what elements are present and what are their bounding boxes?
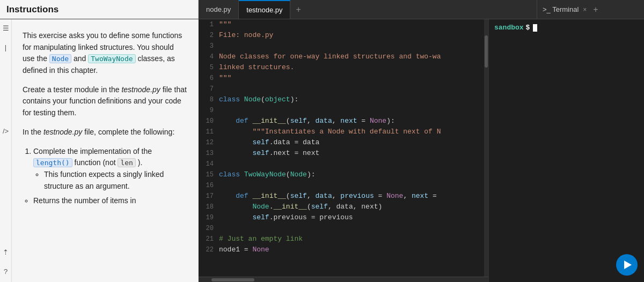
line-num-14: 14 <box>199 159 219 169</box>
line-num-16: 16 <box>199 180 219 191</box>
code-lines-area[interactable]: 1 """ 2 File: node.py 3 4 <box>199 19 484 277</box>
instructions-p2: Create a tester module in the testnode.p… <box>23 84 187 119</box>
line-content-12: self.data = data <box>219 137 484 148</box>
terminal-tab[interactable]: >_ Terminal <box>543 5 579 13</box>
line-num-3: 3 <box>199 41 219 51</box>
code-line-19: 19 self.previous = previous <box>199 212 484 223</box>
terminal-cursor <box>533 24 537 32</box>
instructions-list: Complete the implementation of the lengt… <box>23 146 187 207</box>
tab-add-icon: + <box>296 5 301 14</box>
code-line-5: 5 linked structures. <box>199 62 484 73</box>
line-content-22: node1 = None <box>219 244 484 255</box>
code-line-22: 22 node1 = None <box>199 244 484 255</box>
sub-item-returns: Returns the number of items in <box>33 195 187 207</box>
tab-node-py[interactable]: node.py <box>199 0 239 19</box>
tag-icon[interactable]: /> <box>0 124 12 137</box>
line-num-1: 1 <box>199 19 219 30</box>
terminal-tab-area: >_ Terminal × + <box>537 0 644 19</box>
code-line-8: 8 class Node(object): <box>199 94 484 105</box>
list-item-1-sub: This function expects a singly linked st… <box>33 169 187 192</box>
line-content-19: self.previous = previous <box>219 212 484 223</box>
line-num-13: 13 <box>199 148 219 159</box>
play-button[interactable] <box>616 254 638 276</box>
line-num-19: 19 <box>199 212 219 223</box>
length-fn-ref: length() <box>33 158 72 167</box>
code-line-1: 1 """ <box>199 19 484 30</box>
code-scrollbar-thumb <box>485 35 488 68</box>
top-bar: Instructions node.py testnode.py + >_ Te… <box>0 0 644 19</box>
line-num-2: 2 <box>199 30 219 41</box>
code-vertical-scrollbar[interactable] <box>484 19 488 277</box>
share-icon[interactable]: ⇡ <box>0 246 12 258</box>
hamburger-icon[interactable]: ☰ <box>0 21 12 34</box>
line-content-6: """ <box>219 73 484 84</box>
line-num-6: 6 <box>199 73 219 84</box>
line-content-1: """ <box>219 19 484 30</box>
line-num-20: 20 <box>199 223 219 234</box>
list-item-2: Returns the number of items in <box>23 195 187 207</box>
terminal-panel: sandbox $ <box>488 19 644 282</box>
code-line-12: 12 self.data = data <box>199 137 484 148</box>
line-content-13: self.next = next <box>219 148 484 159</box>
line-num-22: 22 <box>199 244 219 255</box>
line-num-8: 8 <box>199 94 219 105</box>
code-editor: 1 """ 2 File: node.py 3 4 <box>199 19 488 282</box>
code-line-15: 15 class TwoWayNode(Node): <box>199 169 484 180</box>
instructions-p3: In the testnode.py file, complete the fo… <box>23 127 187 138</box>
terminal-add-icon[interactable]: + <box>593 5 598 14</box>
line-num-18: 18 <box>199 202 219 212</box>
sidebar-icons: ☰ | /> ⇡ ? <box>0 19 12 282</box>
code-line-14: 14 <box>199 159 484 169</box>
play-icon <box>624 261 632 269</box>
line-content-4: Node classes for one-way linked structur… <box>219 51 484 62</box>
tab-node-py-label: node.py <box>206 5 231 13</box>
tab-testnode-py[interactable]: testnode.py <box>239 0 290 19</box>
code-line-2: 2 File: node.py <box>199 30 484 41</box>
line-content-5: linked structures. <box>219 62 484 73</box>
terminal-prompt: sandbox $ <box>494 24 639 32</box>
line-num-4: 4 <box>199 51 219 62</box>
help-icon[interactable]: ? <box>0 265 12 278</box>
line-num-17: 17 <box>199 191 219 202</box>
sub-item-1: This function expects a singly linked st… <box>44 169 187 192</box>
tab-testnode-py-label: testnode.py <box>246 6 282 14</box>
line-content-2: File: node.py <box>219 30 484 41</box>
line-num-11: 11 <box>199 127 219 137</box>
line-num-10: 10 <box>199 116 219 127</box>
terminal-dollar: $ <box>526 24 530 32</box>
main-content: ☰ | /> ⇡ ? This exercise asks you to def… <box>0 19 644 282</box>
terminal-body: sandbox $ <box>489 19 644 282</box>
node-ref: Node <box>49 54 71 63</box>
code-body[interactable]: 1 """ 2 File: node.py 3 4 <box>199 19 484 255</box>
line-num-21: 21 <box>199 234 219 244</box>
line-num-12: 12 <box>199 137 219 148</box>
code-line-16: 16 <box>199 180 484 191</box>
scrollbar-thumb <box>211 278 254 281</box>
editor-tabs: node.py testnode.py + <box>199 0 537 19</box>
terminal-sandbox-label: sandbox <box>494 24 524 32</box>
list-item-1: Complete the implementation of the lengt… <box>33 146 187 192</box>
code-line-3: 3 <box>199 41 484 51</box>
editor-horizontal-scrollbar[interactable] <box>199 277 488 282</box>
code-line-18: 18 Node.__init__(self, data, next) <box>199 202 484 212</box>
instructions-tab-header: Instructions <box>0 0 199 19</box>
code-line-20: 20 <box>199 223 484 234</box>
line-num-7: 7 <box>199 84 219 94</box>
cursor-icon[interactable]: | <box>0 41 12 54</box>
line-num-15: 15 <box>199 169 219 180</box>
line-content-10: def __init__(self, data, next = None): <box>219 116 484 127</box>
line-content-18: Node.__init__(self, data, next) <box>219 202 484 212</box>
line-content-17: def __init__(self, data, previous = None… <box>219 191 484 202</box>
instructions-panel: This exercise asks you to define some fu… <box>12 19 199 282</box>
code-line-11: 11 """Instantiates a Node with default n… <box>199 127 484 137</box>
panel-title: Instructions <box>6 4 58 15</box>
line-num-9: 9 <box>199 105 219 116</box>
code-line-21: 21 # Just an empty link <box>199 234 484 244</box>
code-line-13: 13 self.next = next <box>199 148 484 159</box>
terminal-close-icon[interactable]: × <box>583 6 587 13</box>
tab-add-button[interactable]: + <box>290 0 306 19</box>
line-num-5: 5 <box>199 62 219 73</box>
len-ref: len <box>118 158 135 167</box>
code-line-7: 7 <box>199 84 484 94</box>
line-content-11: """Instantiates a Node with default next… <box>219 127 484 137</box>
